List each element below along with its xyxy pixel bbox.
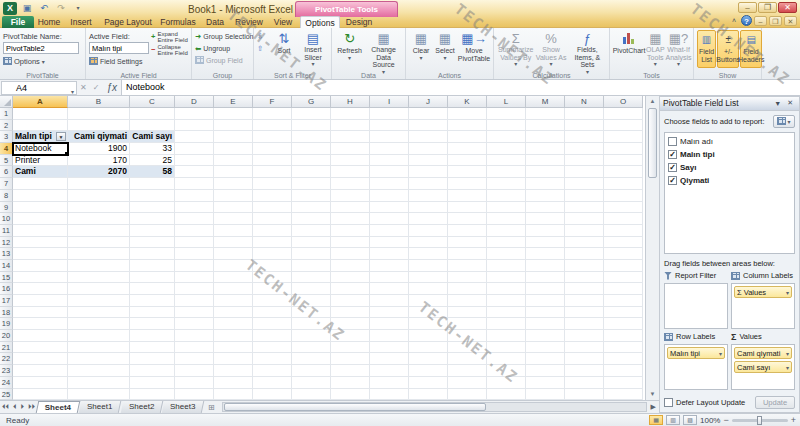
tab-insert[interactable]: Insert <box>64 16 98 28</box>
column-header-A[interactable]: A <box>13 96 68 108</box>
cell-F16[interactable] <box>253 283 292 295</box>
cell-J1[interactable] <box>409 108 448 120</box>
cell-L6[interactable] <box>487 166 526 178</box>
cell-N11[interactable] <box>565 225 604 237</box>
cell-E5[interactable] <box>214 155 253 167</box>
cell-I12[interactable] <box>370 237 409 249</box>
cell-D21[interactable] <box>175 342 214 354</box>
cell-H5[interactable] <box>331 155 370 167</box>
cell-O14[interactable] <box>604 260 643 272</box>
cell-L19[interactable] <box>487 318 526 330</box>
field-checkbox[interactable]: ✓ <box>668 150 677 159</box>
zoom-level-label[interactable]: 100% <box>700 416 720 425</box>
cell-H19[interactable] <box>331 318 370 330</box>
column-header-K[interactable]: K <box>448 96 487 108</box>
cell-E12[interactable] <box>214 237 253 249</box>
pivotchart-button[interactable]: PivotChart <box>613 30 645 68</box>
cell-I21[interactable] <box>370 342 409 354</box>
row-header-25[interactable]: 25 <box>0 389 13 401</box>
scroll-right-icon[interactable]: ▶ <box>651 403 659 411</box>
cell-M20[interactable] <box>526 330 565 342</box>
cell-N2[interactable] <box>565 120 604 132</box>
cell-H10[interactable] <box>331 213 370 225</box>
cell-H12[interactable] <box>331 237 370 249</box>
cell-H17[interactable] <box>331 295 370 307</box>
cell-J23[interactable] <box>409 365 448 377</box>
cell-M3[interactable] <box>526 131 565 143</box>
cell-I11[interactable] <box>370 225 409 237</box>
cell-L3[interactable] <box>487 131 526 143</box>
cell-M16[interactable] <box>526 283 565 295</box>
field-checkbox[interactable]: ✓ <box>668 176 677 185</box>
cell-M1[interactable] <box>526 108 565 120</box>
cell-H20[interactable] <box>331 330 370 342</box>
row-header-12[interactable]: 12 <box>0 237 13 249</box>
cell-I14[interactable] <box>370 260 409 272</box>
cell-B18[interactable] <box>68 307 130 319</box>
field-headers-toggle[interactable]: ▤ Field Headers <box>740 30 762 68</box>
scroll-up-icon[interactable]: ▲ <box>646 96 659 107</box>
cell-C11[interactable] <box>130 225 175 237</box>
cell-A15[interactable] <box>13 272 68 284</box>
cell-D22[interactable] <box>175 353 214 365</box>
cell-M2[interactable] <box>526 120 565 132</box>
cell-A7[interactable] <box>13 178 68 190</box>
cell-D18[interactable] <box>175 307 214 319</box>
cell-A18[interactable] <box>13 307 68 319</box>
cell-B14[interactable] <box>68 260 130 272</box>
cell-I6[interactable] <box>370 166 409 178</box>
cell-D2[interactable] <box>175 120 214 132</box>
cell-B1[interactable] <box>68 108 130 120</box>
cell-O24[interactable] <box>604 377 643 389</box>
cell-A9[interactable] <box>13 202 68 214</box>
cell-E23[interactable] <box>214 365 253 377</box>
tab-page-layout[interactable]: Page Layout <box>98 16 158 28</box>
cell-O18[interactable] <box>604 307 643 319</box>
cell-C23[interactable] <box>130 365 175 377</box>
cell-G4[interactable] <box>292 143 331 155</box>
sheet-tab-sheet3[interactable]: Sheet3 <box>162 401 205 413</box>
column-header-J[interactable]: J <box>409 96 448 108</box>
cell-B7[interactable] <box>68 178 130 190</box>
previous-sheet-icon[interactable]: ⏴ <box>11 403 19 411</box>
cell-J24[interactable] <box>409 377 448 389</box>
cell-N3[interactable] <box>565 131 604 143</box>
cell-E3[interactable] <box>214 131 253 143</box>
cell-I2[interactable] <box>370 120 409 132</box>
cell-N6[interactable] <box>565 166 604 178</box>
tab-design[interactable]: Design <box>340 16 378 28</box>
workbook-close-button[interactable]: ✕ <box>784 16 797 26</box>
undo-icon[interactable]: ↶ <box>37 2 51 15</box>
cell-L17[interactable] <box>487 295 526 307</box>
cell-J14[interactable] <box>409 260 448 272</box>
cell-M23[interactable] <box>526 365 565 377</box>
cell-F22[interactable] <box>253 353 292 365</box>
cell-N14[interactable] <box>565 260 604 272</box>
row-header-14[interactable]: 14 <box>0 260 13 272</box>
cell-L12[interactable] <box>487 237 526 249</box>
cell-J13[interactable] <box>409 248 448 260</box>
cell-A20[interactable] <box>13 330 68 342</box>
cell-H8[interactable] <box>331 190 370 202</box>
cell-A25[interactable] <box>13 389 68 401</box>
cell-E10[interactable] <box>214 213 253 225</box>
column-header-C[interactable]: C <box>130 96 175 108</box>
cell-N9[interactable] <box>565 202 604 214</box>
zoom-out-icon[interactable]: − <box>723 415 728 425</box>
cell-J4[interactable] <box>409 143 448 155</box>
column-header-B[interactable]: B <box>68 96 130 108</box>
qat-dropdown-icon[interactable]: ▾ <box>71 2 85 15</box>
horizontal-scroll-thumb[interactable] <box>224 403 486 411</box>
select-all-corner[interactable] <box>0 96 13 108</box>
cell-C6[interactable]: 58 <box>130 166 175 178</box>
field-item[interactable]: ✓Sayı <box>666 161 793 174</box>
pivottable-options-button[interactable]: Options ▾ <box>3 55 83 67</box>
row-header-15[interactable]: 15 <box>0 272 13 284</box>
cell-L25[interactable] <box>487 389 526 401</box>
cell-H16[interactable] <box>331 283 370 295</box>
what-if-analysis-button[interactable]: ▦? What-If Analysis ▾ <box>666 30 692 68</box>
cell-L9[interactable] <box>487 202 526 214</box>
cell-M6[interactable] <box>526 166 565 178</box>
cell-F20[interactable] <box>253 330 292 342</box>
cell-H25[interactable] <box>331 389 370 401</box>
